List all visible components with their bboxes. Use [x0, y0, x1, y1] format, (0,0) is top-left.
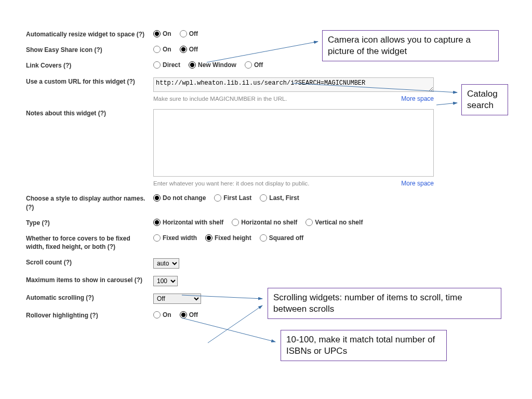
radio-label: Last, First [269, 194, 299, 202]
input-col-notes: Enter whatever you want here: it does no… [153, 109, 436, 188]
radio-resize-off[interactable] [180, 30, 187, 37]
radio-label: On [163, 311, 171, 318]
hint-customurl: Make sure to include MAGICNUMBER in the … [153, 95, 287, 103]
radio-linkcovers-off[interactable] [245, 61, 252, 69]
radio-force-squared[interactable] [260, 234, 267, 242]
radio-label: Horizontal with shelf [163, 219, 223, 226]
radio-label-off: Off [189, 30, 198, 37]
radio-force-height[interactable] [205, 234, 212, 242]
radio-label: Horizontal no shelf [241, 219, 297, 226]
row-linkcovers: Link Covers (?) Direct New Window Off [26, 61, 436, 70]
radio-linkcovers-direct[interactable] [153, 61, 161, 69]
radios-forcecover: Fixed width Fixed height Squared off [153, 234, 436, 242]
radio-label-off: Off [189, 46, 198, 53]
radio-type-vnoshelf[interactable] [305, 219, 313, 226]
select-autoscroll[interactable]: Off [153, 294, 201, 304]
radio-label: Direct [163, 61, 180, 69]
input-customurl[interactable] [153, 77, 434, 92]
more-space-link[interactable]: More space [401, 180, 434, 188]
label-authorstyle: Choose a style to display author names. … [26, 194, 153, 211]
hint-notes: Enter whatever you want here: it does no… [153, 180, 309, 188]
radios-authorstyle: Do not change First Last Last, First [153, 194, 436, 202]
row-scrollcount: Scroll count (?) auto [26, 258, 436, 269]
radio-label: Off [254, 61, 263, 69]
radio-label: New Window [198, 61, 236, 69]
svg-line-2 [436, 103, 457, 105]
row-type: Type (?) Horizontal with shelf Horizonta… [26, 219, 436, 227]
label-notes: Notes about this widget (?) [26, 109, 153, 117]
radio-type-hnoshelf[interactable] [232, 219, 239, 226]
radio-author-firstlast[interactable] [214, 194, 221, 202]
select-scrollcount[interactable]: auto [153, 258, 179, 269]
label-customurl: Use a custom URL for this widget (?) [26, 77, 153, 86]
input-col-customurl: Make sure to include MAGICNUMBER in the … [153, 77, 436, 103]
label-type: Type (?) [26, 219, 153, 227]
row-customurl: Use a custom URL for this widget (?) Mak… [26, 77, 436, 103]
row-forcecover: Whether to force covers to be fixed widt… [26, 234, 436, 251]
radio-label: Squared off [269, 234, 304, 242]
radio-label: Off [189, 311, 198, 318]
callout-camera: Camera icon allows you to capture a pict… [322, 30, 499, 61]
radio-label: Fixed height [215, 234, 251, 242]
label-easyshare: Show Easy Share icon (?) [26, 46, 153, 54]
radio-force-width[interactable] [153, 234, 161, 242]
label-scrollcount: Scroll count (?) [26, 258, 153, 267]
row-maxitems: Maximum items to show in carousel (?) 10… [26, 276, 436, 286]
callout-catalog: Catalog search [461, 84, 508, 115]
radio-author-donotchange[interactable] [153, 194, 161, 202]
radio-label: Vertical no shelf [315, 219, 363, 226]
label-forcecover: Whether to force covers to be fixed widt… [26, 234, 153, 251]
select-maxitems[interactable]: 100 [153, 276, 178, 286]
settings-form: Automatically resize widget to space (?)… [26, 30, 436, 327]
input-notes[interactable] [153, 109, 434, 177]
radio-easyshare-on[interactable] [153, 46, 161, 53]
callout-scrolling: Scrolling widgets: number of items to sc… [268, 288, 501, 319]
label-maxitems: Maximum items to show in carousel (?) [26, 276, 153, 284]
callout-isbn: 10-100, make it match total number of IS… [281, 330, 447, 361]
radio-easyshare-off[interactable] [180, 46, 187, 53]
radio-rollover-on[interactable] [153, 311, 161, 318]
row-authorstyle: Choose a style to display author names. … [26, 194, 436, 211]
radio-label-on: On [163, 46, 171, 53]
radio-author-lastfirst[interactable] [260, 194, 267, 202]
radios-linkcovers: Direct New Window Off [153, 61, 436, 69]
row-notes: Notes about this widget (?) Enter whatev… [26, 109, 436, 188]
radio-label-on: On [163, 30, 171, 37]
label-rollover: Rollover highlighting (?) [26, 311, 153, 320]
label-resize: Automatically resize widget to space (?) [26, 30, 153, 38]
radios-type: Horizontal with shelf Horizontal no shel… [153, 219, 436, 226]
label-linkcovers: Link Covers (?) [26, 61, 153, 70]
radio-type-hshelf[interactable] [153, 219, 161, 226]
radio-label: Fixed width [163, 234, 197, 242]
radio-rollover-off[interactable] [180, 311, 187, 318]
label-autoscroll: Automatic scrolling (?) [26, 294, 153, 302]
more-space-link[interactable]: More space [401, 95, 434, 103]
radio-label: Do not change [163, 194, 206, 202]
radio-linkcovers-newwindow[interactable] [189, 61, 196, 69]
radio-resize-on[interactable] [153, 30, 161, 37]
radio-label: First Last [223, 194, 251, 202]
